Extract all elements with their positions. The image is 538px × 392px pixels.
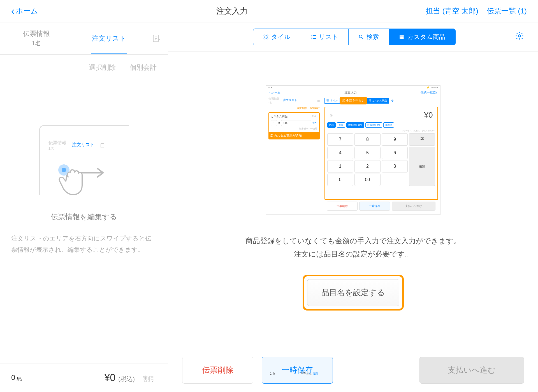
svg-rect-21 <box>401 38 402 39</box>
individual-bill-button[interactable]: 個別会計 <box>130 63 157 72</box>
sidebar-description: 注文リストのエリアを右方向にスワイプすると伝票情報が表示され、編集することができ… <box>11 233 157 255</box>
select-delete-button[interactable]: 選択削除 <box>89 63 116 72</box>
svg-rect-22 <box>402 38 403 39</box>
discount-button[interactable]: 割引 <box>143 374 157 383</box>
seg-custom[interactable]: カスタム商品 <box>389 29 455 45</box>
illus-tab-slip: 伝票情報 <box>48 140 66 145</box>
tax-label: (税込) <box>118 375 135 383</box>
back-label: ホーム <box>16 6 38 16</box>
delete-slip-button[interactable]: 伝票削除 <box>182 357 253 384</box>
item-count: 0点 <box>11 373 22 382</box>
svg-rect-13 <box>313 38 316 39</box>
page-title: 注文入力 <box>216 6 248 17</box>
svg-point-6 <box>264 38 265 39</box>
slip-list-link[interactable]: 伝票一覧 (1) <box>487 6 527 16</box>
seg-list[interactable]: リスト <box>301 29 349 45</box>
seg-search[interactable]: 検索 <box>349 29 389 45</box>
svg-point-12 <box>311 38 312 39</box>
svg-rect-9 <box>313 35 316 36</box>
illus-tab-order: 注文リスト <box>72 142 94 149</box>
svg-point-14 <box>359 35 362 38</box>
tab-slip-label: 伝票情報 <box>23 29 50 38</box>
edit-icon[interactable] <box>145 22 168 54</box>
svg-point-23 <box>518 35 521 37</box>
svg-rect-16 <box>400 36 403 36</box>
set-item-name-button[interactable]: 品目名を設定する <box>307 279 399 306</box>
total-amount: ¥0 <box>104 372 115 384</box>
view-segment-control: タイル リスト 検索 カスタム商品 <box>253 29 456 45</box>
hand-swipe-icon <box>54 159 110 198</box>
tab-slip-sub: 1名 <box>32 39 41 48</box>
tab-order-list[interactable]: 注文リスト <box>73 22 146 54</box>
svg-point-10 <box>311 37 312 38</box>
person-link[interactable]: 担当 (青空 太郎) <box>426 6 478 16</box>
chevron-left-icon: ‹ <box>11 5 15 17</box>
svg-rect-19 <box>402 37 403 38</box>
set-name-highlight: 品目名を設定する <box>303 275 404 311</box>
svg-rect-1 <box>101 144 104 148</box>
proceed-payment-button[interactable]: 支払いへ進む <box>419 357 524 384</box>
help-screenshot: al ❤ ⚡ 100% ■ ‹ ホーム 注文入力 伝票一覧(2) 伝票情報 1名 <box>266 85 440 215</box>
svg-rect-20 <box>400 38 401 39</box>
svg-point-3 <box>62 168 66 172</box>
back-button[interactable]: ‹ ホーム <box>11 5 38 17</box>
svg-rect-17 <box>400 37 401 38</box>
svg-point-4 <box>264 35 265 36</box>
tab-order-label: 注文リスト <box>92 34 126 43</box>
tab-slip-info[interactable]: 伝票情報 1名 <box>0 22 73 54</box>
swipe-illustration: 伝票情報 1名 注文リスト <box>11 125 157 195</box>
svg-rect-11 <box>313 37 316 37</box>
svg-rect-18 <box>401 37 402 38</box>
seg-tile[interactable]: タイル <box>253 29 301 45</box>
illus-tab-sub: 1名 <box>48 146 54 151</box>
sidebar-heading: 伝票情報を編集する <box>11 212 157 222</box>
gear-icon[interactable] <box>515 31 524 43</box>
svg-point-8 <box>311 35 312 36</box>
svg-point-5 <box>266 35 268 36</box>
svg-point-7 <box>266 38 268 39</box>
instruction-text: 商品登録をしていなくても金額の手入力で注文入力ができます。 注文には品目名の設定… <box>245 234 461 261</box>
